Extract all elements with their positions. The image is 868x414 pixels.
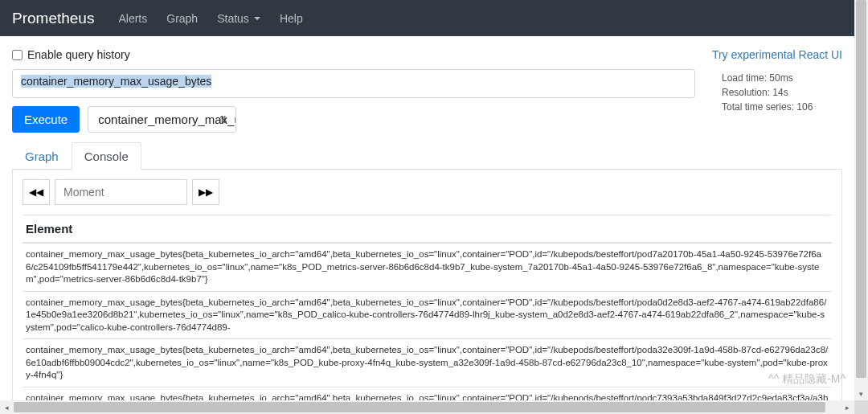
metric-select[interactable]: container_memory_max_u ⇅ [88, 106, 236, 133]
time-back-button[interactable]: ◀◀ [23, 179, 50, 205]
chevron-down-icon [254, 17, 260, 20]
stat-resolution: Resolution: 14s [722, 85, 842, 100]
table-row: container_memory_max_usage_bytes{beta_ku… [23, 339, 832, 387]
double-chevron-left-icon: ◀◀ [29, 187, 43, 198]
react-ui-link[interactable]: Try experimental React UI [712, 48, 842, 61]
stat-total-series: Total time series: 106 [722, 100, 842, 114]
results-table: Element container_memory_max_usage_bytes… [23, 215, 832, 400]
result-element-cell: container_memory_max_usage_bytes{beta_ku… [23, 339, 832, 387]
nav-help[interactable]: Help [270, 7, 313, 30]
console-panel: ◀◀ ▶▶ Element container_memory_max_usage… [12, 170, 842, 400]
table-row: container_memory_max_usage_bytes{beta_ku… [23, 291, 832, 339]
vertical-scrollbar[interactable]: ▾ [854, 0, 868, 400]
execute-button[interactable]: Execute [12, 106, 80, 133]
enable-history-label: Enable query history [27, 48, 130, 61]
nav-graph[interactable]: Graph [157, 7, 207, 30]
result-element-cell: container_memory_max_usage_bytes{beta_ku… [23, 243, 832, 291]
navbar: Prometheus Alerts Graph Status Help [0, 0, 854, 36]
double-chevron-right-icon: ▶▶ [199, 187, 213, 198]
enable-history-checkbox[interactable]: Enable query history [12, 48, 130, 61]
scroll-left-icon[interactable]: ◂ [0, 400, 14, 414]
result-element-cell: container_memory_max_usage_bytes{beta_ku… [23, 387, 832, 400]
nav-status-label: Status [217, 12, 249, 25]
scroll-right-icon[interactable]: ▸ [841, 400, 854, 414]
moment-input[interactable] [55, 179, 187, 205]
nav-status[interactable]: Status [207, 7, 270, 30]
horizontal-scrollbar-thumb[interactable] [14, 402, 825, 412]
query-stats: Load time: 50ms Resolution: 14s Total ti… [722, 69, 842, 114]
navbar-brand[interactable]: Prometheus [12, 10, 94, 27]
results-header-element: Element [23, 215, 832, 244]
tab-graph[interactable]: Graph [12, 142, 72, 170]
scrollbar-corner [854, 400, 868, 414]
table-row: container_memory_max_usage_bytes{beta_ku… [23, 243, 832, 291]
stat-load-time: Load time: 50ms [722, 71, 842, 85]
enable-history-input[interactable] [12, 50, 23, 60]
metric-select-value: container_memory_max_u [98, 113, 236, 126]
nav-alerts[interactable]: Alerts [108, 7, 157, 30]
tab-console[interactable]: Console [72, 142, 141, 170]
expression-input[interactable]: container_memory_max_usage_bytes [12, 69, 695, 98]
horizontal-scrollbar[interactable]: ◂ ▸ [0, 400, 854, 414]
time-forward-button[interactable]: ▶▶ [192, 179, 219, 205]
select-caret-icon: ⇅ [219, 114, 227, 125]
result-element-cell: container_memory_max_usage_bytes{beta_ku… [23, 291, 832, 339]
table-row: container_memory_max_usage_bytes{beta_ku… [23, 387, 832, 400]
scroll-down-icon[interactable]: ▾ [854, 387, 868, 400]
result-tabs: Graph Console [12, 142, 842, 170]
vertical-scrollbar-thumb[interactable] [856, 0, 866, 378]
